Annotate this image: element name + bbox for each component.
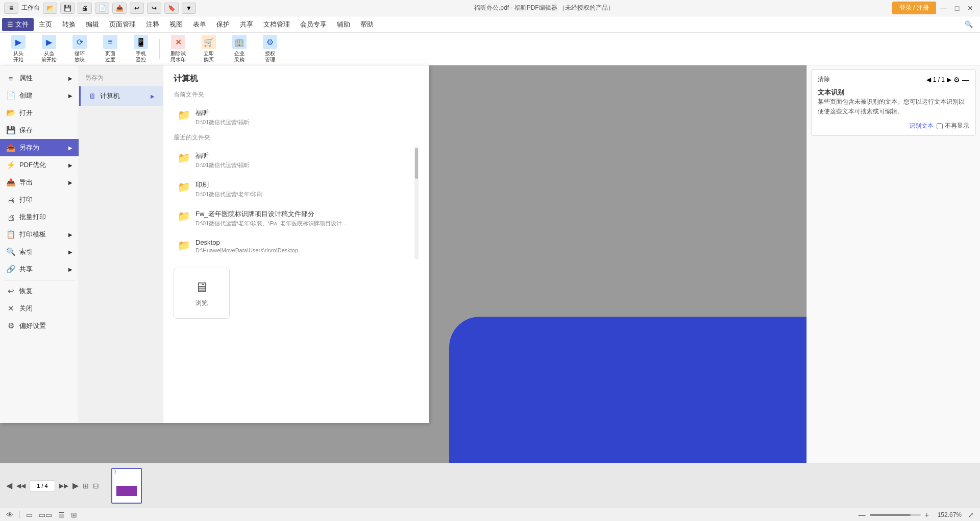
zoom-plus-btn[interactable]: +: [925, 511, 929, 519]
pref-icon: ⚙: [6, 321, 15, 330]
menu-item-convert[interactable]: 转换: [57, 18, 81, 31]
toolbar-divider: [159, 39, 160, 59]
toolbar-auth[interactable]: ⚙ 授权管理: [256, 35, 284, 63]
thumb-last-btn[interactable]: ▶: [72, 481, 79, 490]
toolbar-from-current[interactable]: ▶ 从当前开始: [35, 35, 63, 63]
menu-item-edit[interactable]: 编辑: [81, 18, 104, 31]
menu-item-share[interactable]: 共享: [235, 18, 258, 31]
recent-folder-path-2: D:\01微信代运营\老年\软装、\Fw_老年医院标识牌项目设计...: [195, 220, 347, 227]
menu-item-assist[interactable]: 辅助: [332, 18, 355, 31]
pref-label: 偏好设置: [19, 321, 46, 330]
zoom-slider[interactable]: [870, 514, 921, 516]
pdfopt-arrow: ▶: [68, 162, 72, 168]
minimize-btn[interactable]: —: [938, 3, 949, 14]
save-btn[interactable]: 💾: [60, 3, 75, 14]
save-option-computer[interactable]: 🖥 计算机 ▶: [79, 86, 163, 106]
fit-page-btn[interactable]: ⤢: [968, 511, 974, 519]
down-btn[interactable]: ▼: [182, 3, 196, 14]
sidebar-item-save[interactable]: 💾 保存: [0, 122, 79, 139]
browse-icon: 🖥: [194, 279, 209, 296]
redo-btn[interactable]: ↪: [147, 3, 161, 14]
titlebar: 🖥 工作台 📂 💾 🖨 📄 📤 ↩ ↪ 🔖 ▼ 福昕办公.pdf - 福昕PDF…: [0, 0, 980, 16]
print-btn[interactable]: 🖨: [78, 3, 92, 14]
zoom-minus-btn[interactable]: —: [859, 511, 866, 519]
menu-item-vip[interactable]: 会员专享: [295, 18, 332, 31]
file-sidebar: ≡ 属性 ▶ 📄 创建 ▶ 📂 打开 💾 保存 📥 另存为 ▶: [0, 65, 79, 423]
sidebar-item-print[interactable]: 🖨 打印: [0, 191, 79, 208]
sidebar-item-recover[interactable]: ↩ 恢复: [0, 282, 79, 300]
sidebar-item-properties[interactable]: ≡ 属性 ▶: [0, 69, 79, 87]
menu-item-form[interactable]: 表单: [188, 18, 211, 31]
menu-item-help[interactable]: 帮助: [355, 18, 379, 31]
sidebar-item-batch-print[interactable]: 🖨 批量打印: [0, 208, 79, 226]
thumb-first-btn[interactable]: ◀◀: [16, 482, 26, 489]
ocr-settings-btn[interactable]: ⚙: [953, 76, 960, 84]
recent-folder-item-0[interactable]: 📁 福昕 D:\01微信代运营\福昕: [174, 146, 414, 174]
sidebar-item-close[interactable]: ✕ 关闭: [0, 300, 79, 317]
ocr-link[interactable]: 识别文本: [909, 122, 934, 130]
folder-scrollbar[interactable]: [414, 146, 419, 259]
thumb-item-3[interactable]: 3: [111, 468, 142, 504]
sidebar-item-preferences[interactable]: ⚙ 偏好设置: [0, 317, 79, 335]
export-btn[interactable]: 📤: [112, 3, 127, 14]
recent-folder-item-2[interactable]: 📁 Fw_老年医院标识牌项目设计稿文件部分 D:\01微信代运营\老年\软装、\…: [174, 204, 414, 232]
recent-folder-item-1[interactable]: 📁 印刷 D:\01微信代运营\老年\印刷: [174, 175, 414, 203]
thumb-copy-btn[interactable]: ⊞: [83, 482, 89, 490]
thumb-prev-btn[interactable]: ◀: [6, 481, 12, 490]
thumb-add-btn[interactable]: ⊟: [93, 482, 99, 490]
toolbar-page-trans[interactable]: ≡ 页面过度: [96, 35, 125, 63]
zoom-fill: [870, 514, 911, 516]
page-input[interactable]: [30, 480, 55, 491]
menu-item-file[interactable]: ☰ 文件: [2, 18, 34, 31]
sidebar-item-pdfopt[interactable]: ⚡ PDF优化 ▶: [0, 156, 79, 174]
status-double-page[interactable]: ▭▭: [39, 511, 52, 519]
toolbar-loop[interactable]: ⟳ 循环放映: [65, 35, 94, 63]
ocr-header: 清除 ◀ 1 / 1 ▶ ⚙ —: [818, 75, 969, 84]
sidebar-item-create[interactable]: 📄 创建 ▶: [0, 87, 79, 104]
browse-btn[interactable]: 🖥 浏览: [174, 268, 230, 319]
saveas-label: 另存为: [19, 143, 39, 152]
menu-item-home[interactable]: 主页: [34, 18, 57, 31]
toolbar-enterprise[interactable]: 🏢 企业采购: [225, 35, 254, 63]
sidebar-item-saveas[interactable]: 📥 另存为 ▶: [0, 139, 79, 156]
ocr-next-btn[interactable]: ▶: [947, 76, 951, 83]
sidebar-item-index[interactable]: 🔍 索引 ▶: [0, 243, 79, 260]
sidebar-item-share[interactable]: 🔗 共享 ▶: [0, 260, 79, 278]
menu-item-docs[interactable]: 文档管理: [258, 18, 295, 31]
status-thumb-view[interactable]: ⊞: [71, 511, 77, 519]
ocr-prev-btn[interactable]: ◀: [926, 76, 931, 83]
toolbar-from-start[interactable]: ▶ 从头开始: [4, 35, 33, 63]
current-folder-item-0[interactable]: 📁 福昕 D:\01微信代运营\福昕: [174, 103, 419, 131]
menu-item-view[interactable]: 视图: [164, 18, 188, 31]
workbench-btn[interactable]: 🖥: [4, 3, 18, 14]
maximize-btn[interactable]: □: [951, 3, 963, 14]
status-continuous[interactable]: ☰: [58, 511, 65, 519]
clear-btn[interactable]: 清除: [818, 75, 830, 84]
close-btn[interactable]: ✕: [965, 3, 976, 14]
recent-folder-item-3[interactable]: 📁 Desktop D:\HuaweiMoveData\Users\rinro\…: [174, 233, 414, 258]
create-icon: 📄: [6, 91, 15, 100]
sidebar-item-open[interactable]: 📂 打开: [0, 104, 79, 122]
menu-item-protect[interactable]: 保护: [211, 18, 235, 31]
search-btn[interactable]: 🔍: [960, 18, 978, 30]
toolbar-delete-watermark[interactable]: ✕ 删除试用水印: [164, 35, 192, 63]
toolbar-buy[interactable]: 🛒 立即购买: [194, 35, 223, 63]
enterprise-icon: 🏢: [232, 35, 247, 49]
status-single-page[interactable]: ▭: [26, 511, 33, 519]
scan-btn[interactable]: 📄: [95, 3, 109, 14]
computer-arrow: ▶: [151, 93, 155, 99]
no-show-checkbox[interactable]: [937, 123, 943, 129]
open-file-btn[interactable]: 📂: [43, 3, 57, 14]
menu-item-comment[interactable]: 注释: [141, 18, 164, 31]
sidebar-item-template[interactable]: 📋 打印模板 ▶: [0, 226, 79, 243]
sidebar-item-export[interactable]: 📤 导出 ▶: [0, 174, 79, 191]
login-btn[interactable]: 登录 / 注册: [892, 2, 936, 14]
undo-btn[interactable]: ↩: [130, 3, 144, 14]
thumb-next-btn[interactable]: ▶▶: [59, 482, 68, 489]
status-eye-btn[interactable]: 👁: [6, 511, 13, 519]
stamp-btn[interactable]: 🔖: [164, 3, 179, 14]
toolbar-phone[interactable]: 📱 手机遥控: [127, 35, 155, 63]
ocr-close-btn[interactable]: —: [962, 76, 969, 84]
menu-item-page[interactable]: 页面管理: [104, 18, 141, 31]
scrollbar-thumb[interactable]: [415, 148, 418, 179]
